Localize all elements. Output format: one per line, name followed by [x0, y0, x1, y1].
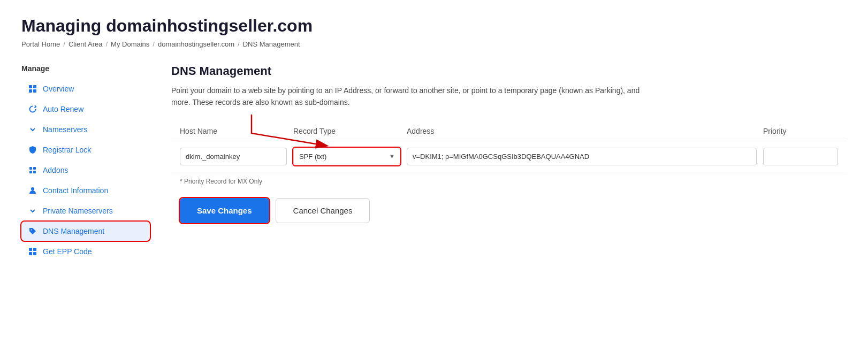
save-changes-button[interactable]: Save Changes	[180, 198, 269, 223]
svg-rect-1	[33, 85, 36, 88]
svg-rect-12	[33, 252, 36, 255]
user-icon	[28, 186, 37, 195]
private-ns-icon	[28, 206, 37, 216]
svg-rect-3	[33, 89, 36, 93]
svg-rect-9	[29, 248, 32, 251]
refresh-icon	[28, 104, 37, 114]
breadcrumb-portal-home[interactable]: Portal Home	[21, 40, 60, 48]
main-content: DNS Management Point your domain to a we…	[171, 64, 847, 262]
svg-rect-11	[29, 252, 32, 255]
sidebar-item-contact-information[interactable]: Contact Information	[21, 181, 150, 200]
page-title: Managing domainhostingseller.com	[21, 16, 847, 36]
dns-table-header: Host Name Record Type Address Priority	[171, 121, 847, 141]
sidebar-item-dns-management[interactable]: DNS Management	[21, 222, 150, 241]
svg-rect-5	[33, 167, 36, 170]
breadcrumb-domain[interactable]: domainhostingseller.com	[158, 40, 234, 48]
breadcrumb-my-domains[interactable]: My Domains	[111, 40, 149, 48]
record-type-select[interactable]: A (address) AAAA (IPv6 address) CNAME (a…	[293, 148, 400, 165]
breadcrumb: Portal Home / Client Area / My Domains /…	[21, 40, 847, 48]
epp-icon	[28, 247, 37, 256]
address-cell	[407, 148, 757, 165]
sidebar-item-auto-renew[interactable]: Auto Renew	[21, 100, 150, 119]
sidebar-item-dns-management-label: DNS Management	[43, 227, 104, 235]
address-input[interactable]	[407, 148, 757, 165]
dns-management-desc: Point your domain to a web site by point…	[171, 85, 653, 109]
svg-rect-6	[29, 171, 32, 173]
col-header-priority: Priority	[763, 127, 838, 135]
sidebar-item-contact-information-label: Contact Information	[43, 186, 108, 195]
dns-table-row: A (address) AAAA (IPv6 address) CNAME (a…	[171, 141, 847, 172]
priority-cell	[763, 148, 838, 165]
svg-rect-0	[29, 85, 32, 88]
sidebar-item-overview[interactable]: Overview	[21, 79, 150, 98]
sidebar: Manage Overview Auto Renew Nameservers	[21, 64, 150, 262]
breadcrumb-client-area[interactable]: Client Area	[68, 40, 103, 48]
hostname-cell	[180, 148, 287, 165]
col-header-hostname: Host Name	[180, 127, 287, 135]
action-buttons: Save Changes Cancel Changes	[171, 198, 847, 223]
svg-point-8	[31, 187, 34, 191]
priority-input[interactable]	[763, 148, 838, 165]
sidebar-item-nameservers-label: Nameservers	[43, 125, 87, 134]
record-type-cell: A (address) AAAA (IPv6 address) CNAME (a…	[293, 148, 400, 165]
sidebar-item-registrar-lock[interactable]: Registrar Lock	[21, 140, 150, 159]
shield-icon	[28, 145, 37, 155]
svg-rect-10	[33, 248, 36, 251]
breadcrumb-current: DNS Management	[243, 40, 300, 48]
sidebar-item-registrar-lock-label: Registrar Lock	[43, 146, 91, 154]
sidebar-item-auto-renew-label: Auto Renew	[43, 105, 83, 113]
sidebar-item-addons-label: Addons	[43, 166, 68, 174]
sidebar-item-get-epp-code[interactable]: Get EPP Code	[21, 242, 150, 261]
svg-rect-4	[29, 167, 32, 170]
sidebar-item-overview-label: Overview	[43, 85, 74, 93]
svg-rect-7	[33, 171, 36, 173]
hostname-input[interactable]	[180, 148, 287, 165]
dns-table: Host Name Record Type Address Priority	[171, 121, 847, 185]
sidebar-section-title: Manage	[21, 64, 150, 73]
priority-note: * Priority Record for MX Only	[180, 178, 838, 185]
grid-icon	[28, 84, 37, 94]
sidebar-item-addons[interactable]: Addons	[21, 161, 150, 180]
layout: Manage Overview Auto Renew Nameservers	[21, 64, 847, 262]
sidebar-item-get-epp-code-label: Get EPP Code	[43, 247, 92, 256]
sidebar-item-nameservers[interactable]: Nameservers	[21, 120, 150, 139]
tag-icon	[28, 226, 37, 236]
dns-management-title: DNS Management	[171, 64, 847, 78]
sidebar-item-private-nameservers-label: Private Nameservers	[43, 207, 113, 215]
col-header-record-type: Record Type	[293, 127, 400, 135]
sidebar-item-private-nameservers[interactable]: Private Nameservers	[21, 201, 150, 220]
puzzle-icon	[28, 165, 37, 175]
nameservers-icon	[28, 125, 37, 134]
col-header-address: Address	[407, 127, 757, 135]
svg-rect-2	[29, 89, 32, 93]
cancel-changes-button[interactable]: Cancel Changes	[276, 198, 370, 223]
